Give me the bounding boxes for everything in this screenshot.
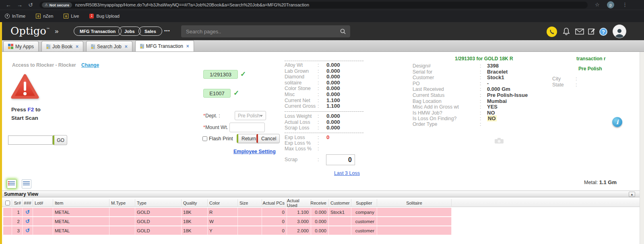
go-button[interactable]: GO	[53, 135, 67, 145]
reload-icon[interactable]: ↺	[28, 2, 33, 8]
close-icon[interactable]: ×	[186, 43, 189, 49]
bookmark-label: Bug Upload	[96, 14, 120, 18]
search-input[interactable]	[181, 29, 340, 35]
weight-row: Current Net:1.100	[285, 97, 369, 103]
chevron-expand-icon[interactable]: »	[55, 27, 58, 35]
metal-label: Metal:	[584, 180, 598, 185]
phone-icon[interactable]	[547, 27, 557, 37]
col-mtype[interactable]: M.Type	[109, 199, 135, 207]
col-type[interactable]: Type	[135, 199, 182, 207]
state-row: State:	[552, 82, 601, 88]
select-all-checkbox[interactable]	[5, 201, 10, 205]
back-icon[interactable]: ←	[6, 2, 11, 8]
vertical-scrollbar[interactable]	[640, 52, 644, 244]
detail-view-icon[interactable]	[22, 179, 31, 189]
notifications-bell-icon[interactable]	[563, 27, 570, 35]
info-row: Design#:3398	[413, 63, 545, 69]
flash-print-row: Flash Print	[202, 136, 233, 141]
col-item[interactable]: Item	[53, 199, 109, 207]
col-receive[interactable]: Receive	[311, 199, 329, 207]
info-row: Customer:Stock1	[413, 74, 545, 80]
app-tab-bar: My Apps Job Book × Search Job × MFG Tran…	[0, 40, 644, 52]
col-actual-used[interactable]: Actual Used	[287, 199, 311, 207]
optigo-logo[interactable]: Optigo™	[10, 25, 50, 37]
nav-pill-mfg-transaction[interactable]: MFG Transaction	[74, 27, 122, 36]
help-icon[interactable]: ?	[599, 28, 607, 36]
nav-pill-sales[interactable]: Sales	[138, 27, 162, 36]
weight-row: Color Stone:0.000	[285, 85, 369, 91]
nav-pill-jobs[interactable]: Jobs	[118, 27, 141, 36]
table-row[interactable]: 2 ↺ METAL GOLD 18K W 0 3.000 0.000 custo…	[3, 217, 452, 226]
bookmark-label: Live	[71, 14, 79, 18]
tab-mfg-transaction[interactable]: MFG Transaction ×	[135, 40, 194, 51]
col-color[interactable]: Color	[208, 199, 238, 207]
info-row: Serial for:Bracelet	[413, 69, 545, 75]
browser-profile-avatar[interactable]: p	[607, 1, 614, 8]
dept-select[interactable]: Pre Polish	[235, 111, 266, 120]
bookmark-intime[interactable]: InTime	[5, 14, 25, 18]
change-link[interactable]: Change	[81, 62, 99, 68]
cancel-button[interactable]: Cancel	[256, 134, 280, 143]
table-header: Sr# ### Lot# Item M.Type Type Quality Co…	[0, 199, 640, 207]
mail-icon[interactable]	[575, 29, 584, 35]
undo-icon[interactable]: ↺	[25, 218, 30, 224]
forward-icon[interactable]: →	[17, 2, 23, 8]
flash-print-checkbox[interactable]	[202, 136, 207, 141]
more-menu-icon[interactable]: •••	[164, 28, 170, 33]
browser-menu-icon[interactable]: ⋮	[622, 2, 627, 8]
loss-block: Loss Weight:0.000 Actual Loss:0.000 Scra…	[285, 113, 369, 131]
col-size[interactable]: Size	[238, 199, 262, 207]
close-icon[interactable]: ×	[125, 44, 128, 49]
url-text[interactable]: nzen/R50B3/myapp/app/Home.do?uf=b3JhaWwy…	[75, 2, 309, 7]
bookmark-live[interactable]: 0 Live	[64, 14, 79, 18]
user-avatar[interactable]	[613, 25, 626, 38]
undo-icon[interactable]: ↺	[25, 228, 30, 234]
page-search[interactable]	[181, 25, 350, 37]
table-row[interactable]: 3 ↺ METAL GOLD 18K Y 0 2.000 0.000 custo…	[3, 226, 452, 235]
dept-value: Pre Polish	[238, 113, 260, 119]
compose-icon[interactable]	[588, 28, 595, 35]
mount-wt-input[interactable]	[229, 123, 265, 132]
undo-icon[interactable]: ↺	[25, 209, 30, 215]
info-icon[interactable]: i	[612, 117, 622, 127]
tab-my-apps[interactable]: My Apps	[3, 41, 39, 51]
col-lot[interactable]: Lot#	[33, 199, 53, 207]
employee-setting-link[interactable]: Employee Setting	[233, 149, 276, 154]
scrap-input[interactable]	[326, 154, 355, 165]
summary-view-icon[interactable]	[7, 179, 17, 189]
bookmark-nzen[interactable]: 0 nZen	[36, 14, 53, 18]
zero-badge-icon: 0	[36, 14, 41, 18]
divider	[285, 133, 363, 133]
employee-code-field[interactable]: E1007	[203, 89, 231, 98]
search-icon[interactable]	[340, 28, 346, 35]
metal-total: Metal: 1.1 Gm	[554, 179, 617, 185]
summary-view-title: Summary View	[4, 191, 38, 197]
camera-icon[interactable]	[494, 137, 504, 144]
scan-input[interactable]	[8, 135, 53, 145]
address-bar[interactable]: ⚠ Not secure nzen/R50B3/myapp/app/Home.d…	[39, 2, 588, 8]
info-row: PO:-	[413, 80, 545, 86]
weight-row: Lab Grown:0.000	[285, 68, 369, 74]
tab-search-job[interactable]: Search Job ×	[86, 41, 132, 51]
exp-row: Exp Loss %:	[285, 140, 369, 146]
col-customer[interactable]: Customer	[329, 199, 351, 207]
tab-label: My Apps	[15, 44, 34, 49]
security-badge[interactable]: ⚠ Not secure	[42, 2, 72, 8]
col-sr[interactable]: Sr#	[12, 199, 23, 207]
col-quality[interactable]: Quality	[182, 199, 208, 207]
collapse-button[interactable]: ▲	[629, 192, 635, 197]
table-row[interactable]: 1 ↺ METAL GOLD 18K R 0 1.100 0.000 Stock…	[3, 208, 452, 216]
col-actual-pcs[interactable]: Actual PCs	[262, 199, 287, 207]
tab-job-book[interactable]: Job Book ×	[41, 41, 83, 51]
metal-value: 1.1 Gm	[599, 179, 617, 185]
job-info-title: 1/291303 for GOLD 18K R	[455, 56, 513, 62]
bookmark-bug-upload[interactable]: Bug Upload	[89, 14, 120, 18]
col-solitaire[interactable]: Solitaire	[377, 199, 452, 207]
col-supplier[interactable]: Supplier	[351, 199, 377, 207]
scrap-row: Scrap :	[285, 157, 326, 162]
bookmark-star-icon[interactable]: ☆	[595, 2, 600, 8]
last-3-loss-link[interactable]: Last 3 Loss	[334, 170, 360, 176]
job-number-field[interactable]: 1/291303	[203, 70, 238, 79]
col-hash[interactable]: ###	[23, 199, 33, 207]
close-icon[interactable]: ×	[76, 44, 78, 49]
